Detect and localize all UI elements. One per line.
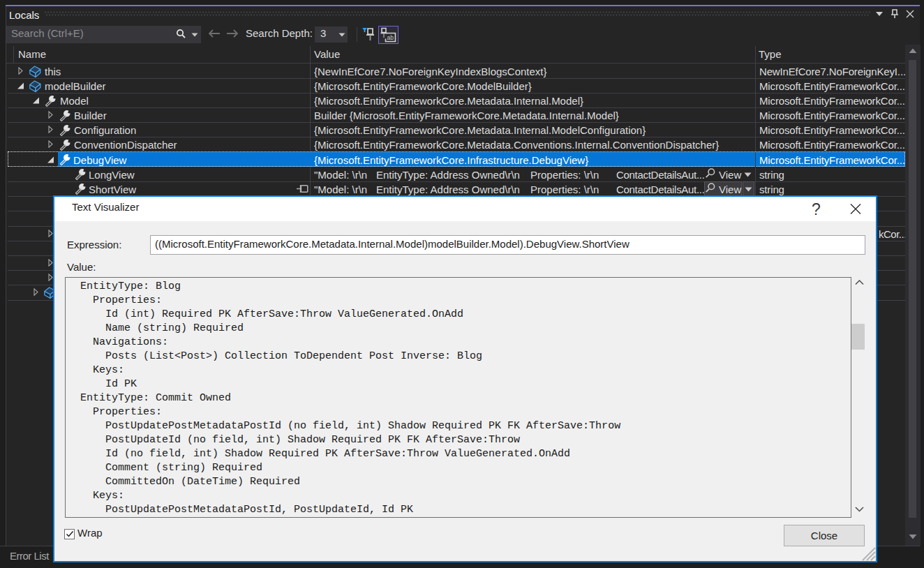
svg-text:ab: ab [387,34,394,41]
